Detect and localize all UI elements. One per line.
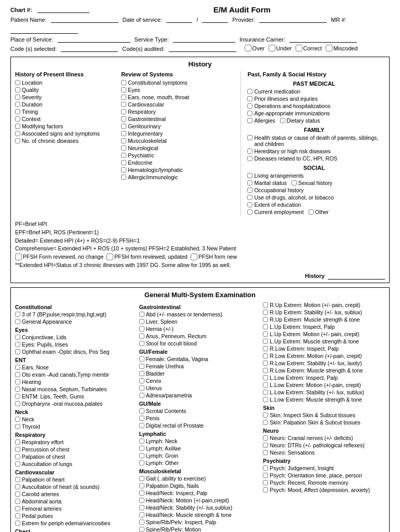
soc-living[interactable] [247,173,252,178]
pm-allergies[interactable] [247,118,252,123]
fam-hereditary[interactable] [247,149,252,154]
ros-cardiovascular[interactable] [121,102,126,107]
neuro-sensations[interactable] [263,450,268,455]
const-3of7[interactable] [15,312,20,317]
soc-education[interactable] [247,202,252,207]
resp-percussion[interactable] [15,447,20,452]
ros-genitourinary[interactable] [121,124,126,129]
soc-drugs[interactable] [247,195,252,200]
guf-uterus[interactable] [139,385,144,391]
gi-anus[interactable] [139,334,144,339]
lymph-axillae[interactable] [139,446,144,451]
ms-hn-inspect[interactable] [139,490,144,496]
cv-palpation[interactable] [15,477,20,482]
gum-penis[interactable] [139,416,144,421]
ros-hematologic[interactable] [121,167,126,172]
hpi-duration-checkbox[interactable] [15,102,20,107]
soc-employment[interactable] [247,209,252,215]
soc-other[interactable] [309,209,314,215]
ms-rlow-motion[interactable] [263,353,268,358]
ros-psychiatric[interactable] [121,153,126,158]
ms-rlow-stability[interactable] [263,361,268,366]
pm-prior-illness[interactable] [247,96,252,101]
hpi-severity-checkbox[interactable] [15,95,20,100]
psych-orientation[interactable] [263,473,268,478]
ms-llow-muscle[interactable] [263,397,268,402]
ms-rup-motion[interactable] [263,302,268,308]
ent-nasal[interactable] [15,387,20,392]
miscoded-checkbox[interactable] [326,45,332,51]
hpi-associated-checkbox[interactable] [15,131,20,136]
pm-immunizations[interactable] [247,111,252,116]
guf-adnexa[interactable] [139,393,144,398]
cv-pedal[interactable] [15,513,20,518]
psych-judgement[interactable] [263,466,268,471]
pm-current-med[interactable] [247,89,252,94]
ros-integumentary[interactable] [121,131,126,136]
resp-palpation[interactable] [15,454,20,459]
hpi-chronic-checkbox[interactable] [15,138,20,143]
neuro-cranial[interactable] [263,435,268,441]
gum-prostate[interactable] [139,423,144,428]
neck-neck[interactable] [15,417,20,422]
ms-llow-motion[interactable] [263,382,268,388]
lymph-other[interactable] [139,460,144,466]
cv-extrem[interactable] [15,521,20,526]
ros-allergic[interactable] [121,175,126,180]
over-checkbox[interactable] [245,45,251,51]
correct-option[interactable]: Correct [296,45,322,51]
ms-rlow-inspect[interactable] [263,346,268,351]
fam-diseases-cc[interactable] [247,156,252,161]
ms-lup-inspect[interactable] [263,324,268,329]
skin-inspect[interactable] [263,413,268,418]
ros-neurological[interactable] [121,145,126,151]
fam-health-status[interactable] [247,135,252,140]
ms-llow-inspect[interactable] [263,375,268,380]
under-checkbox[interactable] [269,45,275,51]
hpi-modifying-checkbox[interactable] [15,124,20,129]
over-option[interactable]: Over [245,45,265,51]
guf-genitalia[interactable] [139,356,144,362]
psych-mood[interactable] [263,487,268,493]
pfsh-updated[interactable]: PFSH form reviewed, updated [106,253,188,261]
correct-checkbox[interactable] [296,45,302,51]
guf-urethra[interactable] [139,364,144,369]
resp-auscultation[interactable] [15,461,20,467]
ent-oropharynx[interactable] [15,401,20,406]
psych-memory[interactable] [263,480,268,485]
eye-conjunctivae[interactable] [15,335,20,340]
soc-marital[interactable] [247,180,252,185]
ms-hn-motion[interactable] [139,498,144,503]
ros-respiratory[interactable] [121,109,126,114]
under-option[interactable]: Under [269,45,292,51]
miscoded-option[interactable]: Miscoded [326,45,358,51]
cv-auscultation[interactable] [15,484,20,489]
ms-srp-inspect[interactable] [139,520,144,525]
ent-ears-nose[interactable] [15,365,20,370]
pfsh-no-change[interactable]: PFSH Form reviewed, no change [15,253,103,261]
lymph-neck[interactable] [139,438,144,444]
gi-stool[interactable] [139,341,144,346]
pm-operations[interactable] [247,103,252,109]
ms-hn-muscle[interactable] [139,512,144,517]
ms-srp-motion[interactable] [139,527,144,532]
ros-ears[interactable] [121,95,126,100]
soc-occupational[interactable] [247,188,252,193]
ms-rup-muscle[interactable] [263,317,268,322]
soc-sexual[interactable] [291,180,297,185]
skin-palpation[interactable] [263,420,268,425]
resp-effort[interactable] [15,440,20,445]
ent-lips[interactable] [15,394,20,399]
cv-carotid[interactable] [15,491,20,497]
hpi-location-checkbox[interactable] [15,80,20,85]
eye-ophthal[interactable] [15,349,20,354]
ent-oto[interactable] [15,372,20,377]
ros-musculoskeletal[interactable] [121,138,126,143]
gi-hernia[interactable] [139,326,144,331]
gum-scrotal[interactable] [139,408,144,414]
hpi-quality-checkbox[interactable] [15,87,20,92]
const-general[interactable] [15,319,20,324]
guf-bladder[interactable] [139,371,144,376]
gi-abd[interactable] [139,312,144,317]
hpi-context-checkbox[interactable] [15,116,20,122]
